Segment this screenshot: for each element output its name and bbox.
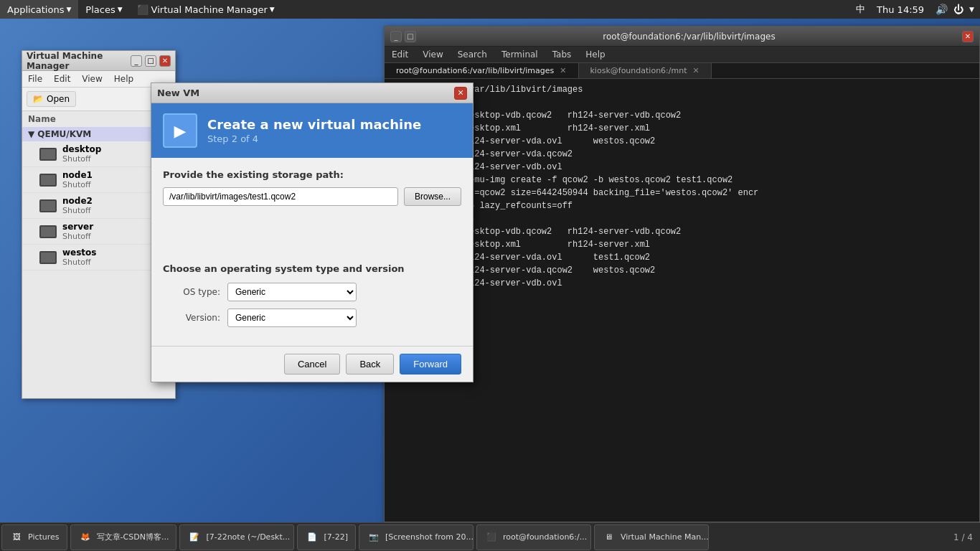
dialog-content: Provide the existing storage path: Brows… [151, 158, 473, 346]
vmm-close-btn[interactable]: ✕ [159, 55, 171, 67]
term-line: est1.qcow2', fmt=qcow2 size=6442450944 b… [392, 187, 972, 199]
vm-icon [39, 199, 57, 212]
terminal-menu-search[interactable]: Search [451, 48, 494, 61]
browse-btn[interactable]: Browse... [404, 187, 461, 206]
vmm-minimize-btn[interactable]: _ [131, 55, 142, 67]
taskbar-screenshot[interactable]: 📷 [Screenshot from 20... [359, 524, 473, 550]
dialog-close-btn[interactable]: ✕ [454, 87, 467, 100]
taskbar-terminal-label: root@foundation6:/... [503, 532, 587, 542]
open-icon: 📂 [33, 94, 44, 104]
vmm-open-btn[interactable]: 📂 Open [27, 91, 76, 107]
vm-name-node1: node1 [62, 170, 93, 180]
os-section-label: Choose an operating system type and vers… [163, 263, 461, 274]
vmm-menu-view[interactable]: View [76, 72, 108, 85]
places-arrow: ▼ [118, 6, 123, 13]
empty-space [163, 220, 461, 263]
terminal-minimize-btn[interactable]: _ [390, 31, 402, 42]
vm-name-desktop: desktop [62, 144, 101, 154]
storage-path-input[interactable] [163, 187, 398, 206]
taskbar-terminal[interactable]: ⬛ root@foundation6:/... [476, 524, 591, 550]
term-line: -vda.qcow2 rh124-server-vda.qcow2 westos… [392, 264, 972, 277]
terminal-menu-help[interactable]: Help [578, 48, 612, 61]
term-line: ion6 images]# ls [392, 96, 972, 109]
top-panel: Applications ▼ Places ▼ ⬛ Virtual Machin… [0, 0, 980, 19]
dialog-header: ▶ Create a new virtual machine Step 2 of… [151, 103, 473, 158]
terminal-title: root@foundation6:/var/lib/libvirt/images [416, 32, 962, 42]
term-line: ion6 images]# qemu-img create -f qcow2 -… [392, 174, 972, 187]
dialog-header-subtitle: Step 2 of 4 [207, 133, 421, 144]
input-method-indicator[interactable]: 中 [856, 3, 865, 16]
power-icon[interactable]: ⏻ [953, 4, 963, 15]
vm-icon [39, 174, 57, 187]
os-type-select[interactable]: Generic [227, 283, 357, 301]
vm-info: node1 Shutoff [62, 170, 93, 189]
tab-close-kiosk[interactable]: ✕ [693, 66, 699, 75]
taskbar-csdn[interactable]: 🦊 写文章-CSDN博客... [70, 524, 177, 550]
forward-btn[interactable]: Forward [400, 354, 461, 375]
dropdown-arrow: ▼ [969, 6, 974, 13]
terminal-menu-tabs[interactable]: Tabs [545, 48, 579, 61]
taskbar-note[interactable]: 📝 [7-22note (~/Deskt... [179, 524, 294, 550]
vm-status-node2: Shutoff [62, 206, 93, 215]
vm-status-desktop: Shutoff [62, 154, 101, 164]
terminal-body[interactable]: ion6 mnt]# cd /var/lib/libvirt/images io… [385, 79, 979, 511]
file-taskbar-icon: 📄 [305, 530, 319, 545]
top-panel-right: 中 Thu 14:59 🔊 ⏻ ▼ [856, 0, 980, 19]
note-taskbar-icon: 📝 [187, 530, 202, 545]
vmm-taskbar-icon: 🖥 [602, 530, 616, 545]
vm-manager-label: Virtual Machine Manager [151, 4, 268, 15]
vmm-titlebar: Virtual Machine Manager _ □ ✕ [22, 51, 175, 71]
terminal-tabs: root@foundation6:/var/lib/libvirt/images… [385, 63, 979, 79]
vm-manager-menu[interactable]: ⬛ Virtual Machine Manager ▼ [130, 0, 282, 19]
term-line: ion6 mnt]# cd /var/lib/libvirt/images [392, 83, 972, 96]
taskbar-csdn-label: 写文章-CSDN博客... [97, 532, 169, 542]
dialog-header-icon: ▶ [163, 113, 197, 148]
taskbar-screenshot-label: [Screenshot from 20... [385, 532, 473, 542]
vmm-menu-help[interactable]: Help [108, 72, 139, 85]
taskbar-vmm-label: Virtual Machine Man... [621, 532, 709, 542]
cancel-btn[interactable]: Cancel [284, 354, 340, 375]
back-btn[interactable]: Back [346, 354, 394, 375]
terminal-win-controls-right: ✕ [962, 31, 974, 42]
os-type-label: OS type: [163, 287, 220, 297]
term-prompt: ion6 images]# [392, 290, 972, 303]
vmm-menu-file[interactable]: File [22, 72, 48, 85]
vm-icon [39, 251, 57, 264]
vm-info: westos Shutoff [62, 248, 97, 267]
vm-status-node1: Shutoff [62, 180, 93, 189]
applications-menu[interactable]: Applications ▼ [0, 0, 78, 19]
pictures-taskbar-icon: 🖼 [9, 530, 24, 545]
tab-label-kiosk: kiosk@foundation6:/mnt [590, 66, 687, 75]
dialog-titlebar: New VM ✕ [151, 83, 473, 103]
terminal-menu-view[interactable]: View [415, 48, 450, 61]
terminal-menu-edit[interactable]: Edit [385, 48, 415, 61]
taskbar: 🖼 Pictures 🦊 写文章-CSDN博客... 📝 [7-22note (… [0, 522, 980, 551]
tab-label-root: root@foundation6:/var/lib/libvirt/images [396, 66, 554, 75]
places-menu[interactable]: Places ▼ [78, 0, 129, 19]
vm-name-node2: node2 [62, 196, 93, 206]
taskbar-vmm[interactable]: 🖥 Virtual Machine Man... [594, 524, 709, 550]
version-select[interactable]: Generic [227, 309, 357, 327]
term-line: -vda.ovl rh124-server-vda.ovl westos.qco… [392, 135, 972, 148]
vm-icon [39, 225, 57, 238]
tab-close-root[interactable]: ✕ [560, 66, 566, 75]
screenshot-taskbar-icon: 📷 [367, 530, 381, 545]
vmm-maximize-btn[interactable]: □ [145, 55, 156, 67]
volume-icon[interactable]: 🔊 [936, 4, 948, 15]
taskbar-722[interactable]: 📄 [7-22] [297, 524, 356, 550]
term-line: rh124-desktop-vdb.qcow2 rh124-server-vdb… [392, 109, 972, 122]
terminal-maximize-btn[interactable]: □ [405, 31, 416, 42]
terminal-tab-root[interactable]: root@foundation6:/var/lib/libvirt/images… [385, 63, 579, 78]
vmm-window-title: Virtual Machine Manager [27, 51, 131, 71]
vm-manager-icon: ⬛ [137, 4, 149, 15]
terminal-tab-kiosk[interactable]: kiosk@foundation6:/mnt ✕ [579, 63, 712, 78]
applications-arrow: ▼ [66, 6, 71, 13]
vmm-menu-edit[interactable]: Edit [48, 72, 76, 85]
new-vm-dialog: New VM ✕ ▶ Create a new virtual machine … [151, 83, 473, 382]
dialog-footer: Cancel Back Forward [151, 346, 473, 382]
terminal-close-btn[interactable]: ✕ [962, 31, 974, 42]
taskbar-pictures[interactable]: 🖼 Pictures [1, 524, 67, 550]
term-line: -vda.qcow2 rh124-server-vda.qcow2 [392, 148, 972, 161]
terminal-menu-terminal[interactable]: Terminal [494, 48, 545, 61]
vm-manager-arrow: ▼ [270, 6, 275, 13]
